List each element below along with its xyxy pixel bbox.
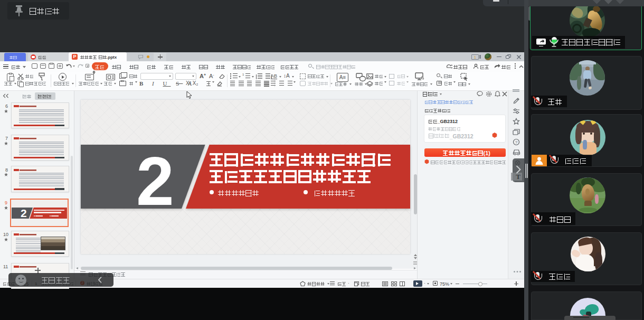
svg-text:?: ? bbox=[515, 140, 518, 145]
